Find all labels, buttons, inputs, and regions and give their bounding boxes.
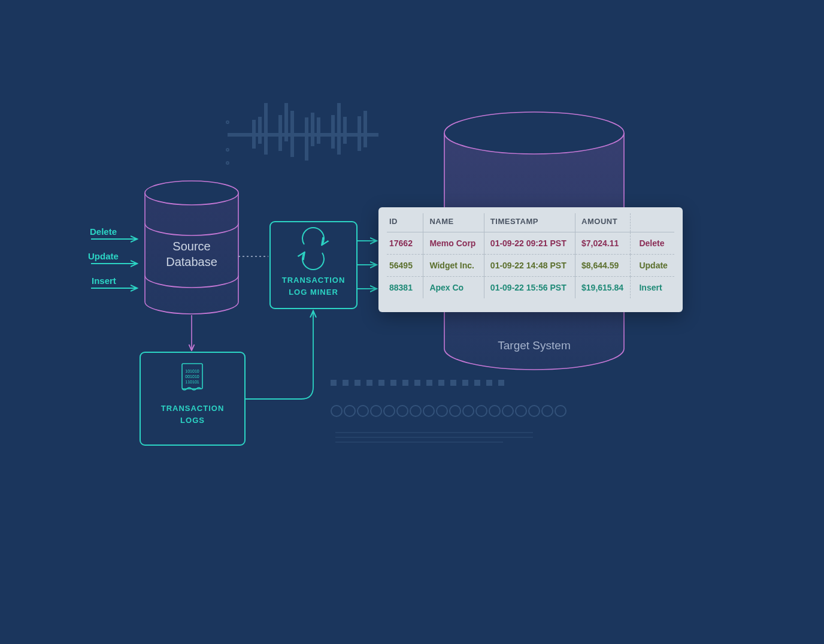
cell-op: Insert [631, 277, 674, 299]
svg-rect-38 [402, 380, 408, 386]
svg-rect-41 [438, 380, 444, 386]
svg-rect-45 [486, 380, 492, 386]
svg-point-64 [555, 406, 566, 416]
svg-point-62 [529, 406, 540, 416]
svg-point-19 [444, 112, 624, 154]
cell-timestamp: 01-09-22 09:21 PST [484, 232, 575, 255]
cell-name: Apex Co [423, 277, 484, 299]
svg-point-53 [410, 406, 421, 416]
svg-point-54 [423, 406, 434, 416]
op-insert-label: Insert [92, 276, 116, 286]
cell-id: 88381 [387, 277, 423, 299]
svg-point-63 [542, 406, 553, 416]
table-row: 17662Memo Corp01-09-22 09:21 PST$7,024.1… [387, 232, 674, 255]
svg-point-51 [384, 406, 395, 416]
op-delete-label: Delete [90, 226, 117, 237]
svg-rect-46 [498, 380, 504, 386]
target-system-label: Target System [444, 339, 624, 352]
cell-id: 56495 [387, 255, 423, 277]
cell-name: Widget Inc. [423, 255, 484, 277]
th-op [631, 213, 674, 232]
svg-point-60 [502, 406, 513, 416]
svg-point-16 [226, 149, 229, 151]
svg-point-58 [476, 406, 487, 416]
cell-amount: $7,024.11 [575, 232, 631, 255]
source-database-label: Source Database [138, 238, 246, 270]
tx-log-miner-label: TRANSACTION LOG MINER [270, 274, 357, 298]
cell-op: Delete [631, 232, 674, 255]
svg-point-57 [463, 406, 474, 416]
svg-rect-36 [378, 380, 384, 386]
svg-rect-37 [390, 380, 396, 386]
svg-rect-35 [366, 380, 372, 386]
cell-op: Update [631, 255, 674, 277]
th-id: ID [387, 213, 423, 232]
svg-rect-32 [331, 380, 337, 386]
svg-text:001010: 001010 [185, 374, 199, 379]
cell-amount: $8,644.59 [575, 255, 631, 277]
svg-rect-34 [355, 380, 360, 386]
svg-point-18 [145, 181, 238, 205]
tx-logs-label: TRANSACTION LOGS [140, 403, 245, 426]
th-timestamp: TIMESTAMP [484, 213, 575, 232]
svg-rect-39 [414, 380, 420, 386]
op-update-label: Update [88, 251, 119, 261]
cell-id: 17662 [387, 232, 423, 255]
svg-point-47 [331, 406, 342, 416]
svg-point-61 [516, 406, 526, 416]
svg-text:110101: 110101 [185, 380, 199, 384]
cdc-records-table: ID NAME TIMESTAMP AMOUNT 17662Memo Corp0… [378, 207, 683, 312]
th-name: NAME [423, 213, 484, 232]
svg-rect-43 [462, 380, 468, 386]
svg-rect-20 [182, 364, 202, 389]
svg-point-55 [437, 406, 447, 416]
svg-point-50 [371, 406, 381, 416]
svg-point-15 [226, 121, 229, 123]
th-amount: AMOUNT [575, 213, 631, 232]
cell-timestamp: 01-09-22 14:48 PST [484, 255, 575, 277]
table-header-row: ID NAME TIMESTAMP AMOUNT [387, 213, 674, 232]
svg-rect-33 [343, 380, 349, 386]
cell-amount: $19,615.84 [575, 277, 631, 299]
svg-point-48 [344, 406, 355, 416]
svg-rect-42 [450, 380, 456, 386]
svg-point-17 [226, 162, 229, 164]
table-row: 88381Apex Co01-09-22 15:56 PST$19,615.84… [387, 277, 674, 299]
svg-rect-40 [426, 380, 432, 386]
tx-logs-box [140, 352, 245, 445]
svg-point-56 [450, 406, 461, 416]
svg-rect-44 [474, 380, 480, 386]
cell-timestamp: 01-09-22 15:56 PST [484, 277, 575, 299]
svg-point-52 [397, 406, 408, 416]
svg-point-49 [358, 406, 368, 416]
svg-point-59 [489, 406, 500, 416]
table-row: 56495Widget Inc.01-09-22 14:48 PST$8,644… [387, 255, 674, 277]
svg-text:101010: 101010 [185, 369, 199, 373]
cell-name: Memo Corp [423, 232, 484, 255]
diagram-canvas: 101010 001010 110101 [0, 0, 824, 644]
